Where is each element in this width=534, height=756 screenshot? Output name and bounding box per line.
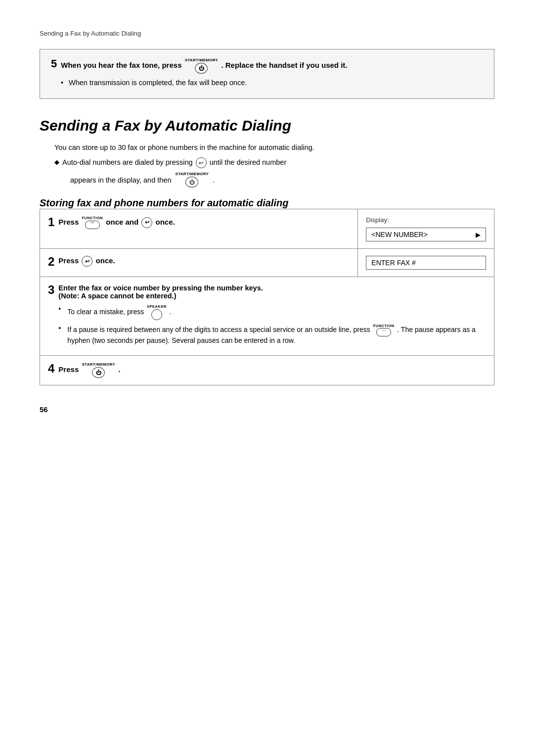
breadcrumb: Sending a Fax by Automatic Dialing xyxy=(40,30,494,37)
step2-text: Press ↩ once. xyxy=(58,256,115,267)
step2-cell: 2 Press ↩ once. xyxy=(40,249,358,277)
step2-num: 2 xyxy=(48,256,54,268)
step5-num: 5 xyxy=(51,58,57,69)
display-box1: <NEW NUMBER> ▶ xyxy=(366,228,486,241)
table-row: 3 Enter the fax or voice number by press… xyxy=(40,277,494,356)
auto-dial-then: appears in the display, and then START/M… xyxy=(40,172,494,188)
step5-bullets: When transmission is completed, the fax … xyxy=(51,79,483,87)
start-memory-key-icon2: START/MEMORY ⏻ xyxy=(176,172,209,188)
function-key-step1: FUNCTION ⌒ xyxy=(82,216,103,229)
step3-bullet1: To clear a mistake, press SPEAKER . xyxy=(58,305,486,320)
step3-bullet2: If a pause is required between any of th… xyxy=(58,324,486,345)
step3-main-text: Enter the fax or voice number by pressin… xyxy=(58,284,486,292)
display-arrow1: ▶ xyxy=(476,231,481,238)
step1-text: Press FUNCTION ⌒ once and ↩ once. xyxy=(58,216,175,229)
start-memory-key-icon: START/MEMORY ⏻ xyxy=(185,58,219,74)
auto-dial-note: ◆ Auto-dial numbers are dialed by pressi… xyxy=(40,157,494,168)
table-row: 1 Press FUNCTION ⌒ once and ↩ once. Disp… xyxy=(40,209,494,249)
speaker-key: SPEAKER xyxy=(147,305,167,320)
step1-display: Display: <NEW NUMBER> ▶ xyxy=(358,209,494,249)
display-label1: Display: xyxy=(366,216,486,224)
step5-bullet1: When transmission is completed, the fax … xyxy=(61,79,483,87)
section-intro: You can store up to 30 fax or phone numb… xyxy=(40,143,494,151)
start-memory-key-step4: START/MEMORY ⏻ xyxy=(82,363,115,378)
info-box-step5: 5 When you hear the fax tone, press STAR… xyxy=(40,49,494,99)
subsection-title: Storing fax and phone numbers for automa… xyxy=(40,197,494,209)
step3-note: (Note: A space cannot be entered.) xyxy=(58,292,486,300)
section-title: Sending a Fax by Automatic Dialing xyxy=(40,117,494,135)
diamond-bullet: ◆ xyxy=(54,158,59,166)
display-text1: <NEW NUMBER> xyxy=(371,231,428,238)
table-row: 2 Press ↩ once. ENTER FAX # xyxy=(40,249,494,277)
step4-text: Press START/MEMORY ⏻ . xyxy=(58,363,120,378)
steps-table: 1 Press FUNCTION ⌒ once and ↩ once. Disp… xyxy=(40,209,494,385)
step4-num: 4 xyxy=(48,363,54,375)
page-number: 56 xyxy=(40,405,494,414)
step1-num: 1 xyxy=(48,216,54,228)
step1-cell: 1 Press FUNCTION ⌒ once and ↩ once. xyxy=(40,209,358,249)
nav-key-step1: ↩ xyxy=(141,217,152,228)
step4-cell: 4 Press START/MEMORY ⏻ . xyxy=(40,356,494,385)
step3-bullets: To clear a mistake, press SPEAKER . If a… xyxy=(58,300,486,344)
nav-key-step2: ↩ xyxy=(82,256,92,267)
step3-cell: 3 Enter the fax or voice number by press… xyxy=(40,277,494,356)
table-row: 4 Press START/MEMORY ⏻ . xyxy=(40,356,494,385)
step3-num: 3 xyxy=(48,284,54,296)
display-box2: ENTER FAX # xyxy=(366,256,486,270)
step5-text: When you hear the fax tone, press START/… xyxy=(61,58,347,74)
step2-display: ENTER FAX # xyxy=(358,249,494,277)
nav-key-autodial: ↩ xyxy=(196,157,207,168)
function-key-step3: FUNCTION ⌒ xyxy=(373,324,395,337)
